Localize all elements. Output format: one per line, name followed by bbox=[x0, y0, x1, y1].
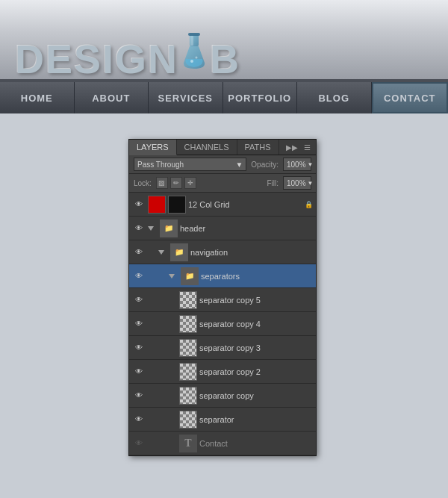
eye-icon[interactable]: 👁 bbox=[132, 222, 146, 235]
blend-mode-select[interactable]: Pass Through ▼ bbox=[134, 158, 246, 171]
layer-row[interactable]: 👁 separator copy bbox=[129, 384, 316, 408]
svg-rect-4 bbox=[188, 33, 200, 36]
blend-row: Pass Through ▼ Opacity: 100% ▼ bbox=[129, 155, 316, 174]
eye-icon[interactable]: 👁 bbox=[132, 413, 146, 426]
eye-icon[interactable]: 👁 bbox=[132, 198, 146, 211]
lock-position-btn[interactable]: ✛ bbox=[184, 177, 196, 189]
logo: DESIGN bbox=[15, 36, 240, 79]
logo-text-part: DESIGN bbox=[15, 39, 178, 79]
tab-paths[interactable]: PATHS bbox=[237, 140, 279, 155]
layer-row[interactable]: 👁 📁 navigation bbox=[129, 240, 316, 264]
eye-icon[interactable]: 👁 bbox=[132, 389, 146, 402]
layer-name: separator copy 3 bbox=[199, 343, 313, 352]
svg-point-1 bbox=[190, 60, 193, 63]
eye-icon[interactable]: 👁 bbox=[132, 341, 146, 355]
layer-row[interactable]: 👁 T Contact bbox=[129, 432, 316, 455]
fill-label: Fill: bbox=[267, 179, 279, 187]
panel-expand-icon[interactable]: ▶▶ bbox=[284, 142, 300, 153]
layer-row[interactable]: 👁 📁 header bbox=[129, 217, 316, 240]
panel-tabs: LAYERS CHANNELS PATHS ▶▶ ☰ bbox=[129, 140, 316, 155]
layer-row[interactable]: 👁 📁 separators bbox=[129, 264, 316, 288]
triangle-icon bbox=[146, 226, 156, 231]
layer-thumbnail bbox=[179, 387, 197, 405]
layers-list: 👁 12 Col Grid 🔒 👁 📁 header 👁 📁 bbox=[129, 193, 316, 455]
layer-name: separators bbox=[201, 272, 313, 281]
opacity-label: Opacity: bbox=[251, 161, 279, 169]
layer-row[interactable]: 👁 separator copy 5 bbox=[129, 288, 316, 312]
lock-pixels-btn[interactable]: ✏ bbox=[170, 177, 182, 189]
nav-bar: HOME ABOUT SERVICES PORTFOLIO BLOG CONTA… bbox=[0, 82, 448, 113]
layer-name: separator copy 5 bbox=[199, 296, 313, 305]
site-header: DESIGN bbox=[0, 0, 448, 82]
layer-thumbnail: T bbox=[179, 435, 197, 452]
layer-thumbnail: 📁 bbox=[160, 220, 178, 237]
eye-icon[interactable]: 👁 bbox=[132, 437, 146, 450]
website-mockup: DESIGN bbox=[0, 0, 448, 113]
tab-channels[interactable]: CHANNELS bbox=[177, 140, 237, 155]
layer-name: separator copy 4 bbox=[199, 320, 313, 329]
layer-thumbnail bbox=[179, 315, 197, 333]
nav-about[interactable]: ABOUT bbox=[75, 82, 149, 113]
layer-name: navigation bbox=[190, 248, 313, 257]
panel-tab-icons: ▶▶ ☰ bbox=[281, 142, 316, 153]
nav-portfolio[interactable]: PORTFOLIO bbox=[223, 82, 298, 113]
nav-services[interactable]: SERVICES bbox=[149, 82, 223, 113]
triangle-icon bbox=[156, 250, 167, 255]
lock-transparent-btn[interactable]: ▨ bbox=[156, 177, 168, 189]
layer-thumbnail bbox=[179, 291, 197, 309]
layer-row[interactable]: 👁 separator copy 2 bbox=[129, 360, 316, 384]
layer-name: separator copy 2 bbox=[199, 367, 313, 376]
eye-icon[interactable]: 👁 bbox=[132, 293, 146, 307]
triangle-icon bbox=[167, 274, 177, 278]
svg-rect-3 bbox=[190, 35, 193, 46]
eye-icon[interactable]: 👁 bbox=[132, 246, 146, 259]
layer-name: Contact bbox=[199, 439, 313, 448]
layer-mask-thumbnail bbox=[168, 196, 186, 214]
blend-dropdown-icon: ▼ bbox=[235, 161, 243, 169]
fill-arrow-icon: ▼ bbox=[308, 180, 314, 187]
svg-point-2 bbox=[196, 57, 198, 59]
lock-row: Lock: ▨ ✏ ✛ Fill: 100% ▼ bbox=[129, 174, 316, 193]
layer-name: separator bbox=[199, 415, 313, 424]
layer-lock-icon: 🔒 bbox=[305, 201, 313, 208]
layer-row[interactable]: 👁 separator copy 4 bbox=[129, 312, 316, 336]
layer-thumbnail bbox=[179, 339, 197, 357]
logo-flask-icon bbox=[180, 33, 208, 76]
tab-layers[interactable]: LAYERS bbox=[129, 140, 177, 155]
layers-panel: LAYERS CHANNELS PATHS ▶▶ ☰ Pass Through … bbox=[128, 139, 317, 456]
layer-row[interactable]: 👁 separator copy 3 bbox=[129, 336, 316, 360]
layer-thumbnail bbox=[179, 363, 197, 381]
layer-name: 12 Col Grid bbox=[188, 200, 302, 209]
eye-icon[interactable]: 👁 bbox=[132, 270, 146, 283]
layer-row[interactable]: 👁 separator bbox=[129, 408, 316, 432]
eye-icon[interactable]: 👁 bbox=[132, 365, 146, 379]
opacity-input[interactable]: 100% ▼ bbox=[283, 158, 311, 171]
layer-name: header bbox=[180, 224, 313, 233]
layer-name: separator copy bbox=[199, 391, 313, 400]
lock-icons: ▨ ✏ ✛ bbox=[156, 177, 196, 189]
fill-input[interactable]: 100% ▼ bbox=[283, 176, 311, 190]
panel-menu-icon[interactable]: ☰ bbox=[302, 142, 313, 153]
layer-thumbnail bbox=[179, 411, 197, 429]
layer-row[interactable]: 👁 12 Col Grid 🔒 bbox=[129, 193, 316, 217]
nav-home[interactable]: HOME bbox=[0, 82, 75, 113]
nav-blog[interactable]: BLOG bbox=[297, 82, 372, 113]
layer-thumbnail: 📁 bbox=[170, 243, 188, 261]
layer-thumbnail bbox=[148, 196, 166, 214]
opacity-arrow-icon: ▼ bbox=[308, 161, 314, 168]
eye-icon[interactable]: 👁 bbox=[132, 317, 146, 331]
lock-label: Lock: bbox=[134, 179, 152, 187]
logo-text-part2: B bbox=[210, 39, 240, 79]
nav-contact[interactable]: CONTACT bbox=[372, 82, 449, 113]
layer-thumbnail: 📁 bbox=[181, 267, 199, 285]
